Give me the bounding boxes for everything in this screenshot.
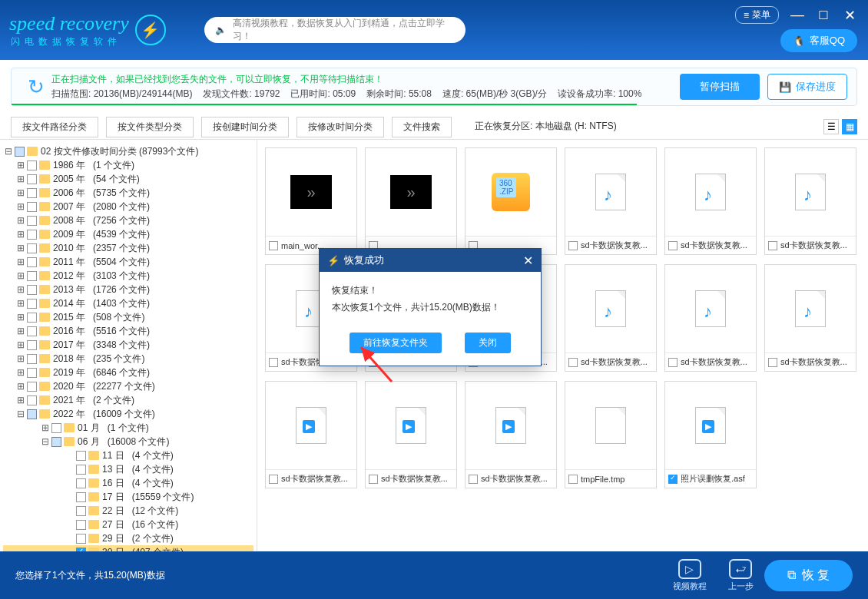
file-thumbnail[interactable]: sd卡数据恢复教... [365,381,457,488]
tree-day[interactable]: 13 日 (4 个文件) [3,462,253,476]
view-list-button[interactable]: ☰ [823,119,839,134]
tree-day[interactable]: 27 日 (16 个文件) [3,518,253,531]
tree-year[interactable]: ⊞2005 年 (54 个文件) [3,172,253,186]
goto-folder-button[interactable]: 前往恢复文件夹 [350,333,442,353]
tree-year[interactable]: ⊟2022 年 (16009 个文件) [3,407,253,421]
tab-by-modified[interactable]: 按修改时间分类 [297,117,384,137]
logo: speed recovery 闪电数据恢复软件 ⚡ [9,12,166,48]
lightning-icon: ⚡ [135,15,166,45]
title-bar: speed recovery 闪电数据恢复软件 ⚡ 🔈 高清视频教程，数据恢复从… [0,0,868,60]
file-thumbnail[interactable]: 照片误删恢复.asf [664,381,757,488]
tree-month[interactable]: ⊟06 月 (16008 个文件) [3,435,253,448]
file-thumbnail[interactable]: sd卡数据恢复教... [465,381,557,488]
maximize-button[interactable]: □ [816,7,831,23]
file-thumbnail[interactable] [465,147,557,255]
tree-year[interactable]: ⊞2019 年 (6846 个文件) [3,366,253,379]
logo-subtitle: 闪电数据恢复软件 [11,35,129,48]
recover-button[interactable]: ⧉恢 复 [764,560,853,591]
tree-year[interactable]: ⊞2016 年 (5516 个文件) [3,324,253,338]
file-thumbnail[interactable]: sd卡数据恢复教... [664,264,757,372]
tree-year[interactable]: ⊞2013 年 (1726 个文件) [3,283,253,296]
tutorial-banner[interactable]: 🔈 高清视频教程，数据恢复从入门到精通，点击立即学习！ [204,17,465,43]
bolt-icon: ⚡ [327,255,340,266]
tree-month[interactable]: ⊞01 月 (1 个文件) [3,421,253,435]
tree-year[interactable]: ⊞2007 年 (2080 个文件) [3,200,253,213]
back-button[interactable]: ⮐上一步 [728,559,754,592]
tab-by-type[interactable]: 按文件类型分类 [106,117,194,137]
file-thumbnail[interactable]: tmpFile.tmp [565,381,657,488]
tree-year[interactable]: ⊞2020 年 (22277 个文件) [3,379,253,393]
pause-scan-button[interactable]: 暂停扫描 [680,74,760,100]
scanning-icon: ↻ [21,71,51,102]
menu-button[interactable]: ≡菜单 [735,6,779,24]
tree-year[interactable]: ⊞2017 年 (3348 个文件) [3,338,253,352]
tree-year[interactable]: ⊞2015 年 (508 个文件) [3,310,253,324]
save-progress-button[interactable]: 💾保存进度 [767,74,847,100]
recover-icon: ⧉ [787,568,796,582]
tree-day[interactable]: 29 日 (2 个文件) [3,531,253,545]
file-thumbnail[interactable]: sd卡数据恢复教... [565,264,657,372]
tree-year[interactable]: ⊞2011 年 (5504 个文件) [3,255,253,269]
dialog-close-button[interactable]: 关闭 [465,333,511,353]
dialog-title: 恢复成功 [344,253,384,267]
tree-year[interactable]: ⊞2018 年 (235 个文件) [3,352,253,366]
file-thumbnail[interactable]: »main_wor... [265,147,357,255]
dialog-header: ⚡ 恢复成功 ✕ [320,249,541,272]
file-thumbnail[interactable]: sd卡数据恢复教... [565,147,657,255]
scan-status-bar: ↻ 正在扫描文件，如果已经找到您丢失的文件，可以立即恢复，不用等待扫描结束！ 扫… [11,68,857,106]
logo-text: speed recovery [9,12,129,35]
tree-day[interactable]: 16 日 (4 个文件) [3,476,253,490]
file-thumbnail[interactable]: sd卡数据恢复教... [764,147,856,255]
tab-search[interactable]: 文件搜索 [392,117,452,137]
footer-bar: 您选择了1个文件，共15.20(MB)数据 ▷视频教程 ⮐上一步 ⧉恢 复 [0,551,868,599]
save-icon: 💾 [779,81,791,93]
tutorial-text: 高清视频教程，数据恢复从入门到精通，点击立即学习！ [233,17,455,43]
recovery-success-dialog: ⚡ 恢复成功 ✕ 恢复结束！ 本次恢复1个文件，共计15.20(MB)数据！ 前… [319,248,542,366]
qq-support-button[interactable]: 🐧 客服QQ [780,29,857,52]
file-thumbnail[interactable]: sd卡数据恢复教... [265,381,357,488]
tree-year[interactable]: ⊞2021 年 (2 个文件) [3,393,253,407]
scan-stats: 扫描范围: 20136(MB)/249144(MB) 发现文件数: 19792 … [51,88,672,101]
minimize-button[interactable]: — [790,7,805,23]
tree-year[interactable]: ⊞2009 年 (4539 个文件) [3,227,253,241]
tree-day[interactable]: 17 日 (15559 个文件) [3,490,253,504]
tree-root[interactable]: ⊟02 按文件修改时间分类 (87993个文件) [3,144,253,158]
tree-year[interactable]: ⊞2014 年 (1403 个文件) [3,296,253,310]
tree-year[interactable]: ⊞2010 年 (2357 个文件) [3,241,253,255]
selection-status: 您选择了1个文件，共15.20(MB)数据 [15,569,662,582]
dialog-line2: 本次恢复1个文件，共计15.20(MB)数据！ [332,300,528,316]
file-thumbnail[interactable]: sd卡数据恢复教... [764,264,856,372]
view-grid-button[interactable]: ▦ [842,119,857,134]
tree-year[interactable]: ⊞1986 年 (1 个文件) [3,158,253,172]
file-tree[interactable]: ⊟02 按文件修改时间分类 (87993个文件) ⊞1986 年 (1 个文件)… [0,140,257,554]
dialog-close-icon[interactable]: ✕ [523,253,533,268]
scan-progress [12,104,637,105]
close-button[interactable]: ✕ [842,7,857,24]
file-thumbnail[interactable]: sd卡数据恢复教... [664,147,757,255]
partition-label: 正在恢复分区: 本地磁盘 (H: NTFS) [475,120,617,133]
scan-hint: 正在扫描文件，如果已经找到您丢失的文件，可以立即恢复，不用等待扫描结束！ [51,73,672,86]
tab-by-path[interactable]: 按文件路径分类 [11,117,98,137]
file-thumbnail[interactable]: » [365,147,457,255]
category-tabs: 按文件路径分类 按文件类型分类 按创建时间分类 按修改时间分类 文件搜索 正在恢… [0,114,868,140]
qq-icon: 🐧 [793,35,805,47]
video-tutorial-button[interactable]: ▷视频教程 [673,559,707,592]
speaker-icon: 🔈 [215,25,227,35]
tree-day[interactable]: 22 日 (12 个文件) [3,504,253,518]
tree-day[interactable]: 11 日 (4 个文件) [3,448,253,462]
tree-year[interactable]: ⊞2008 年 (7256 个文件) [3,213,253,227]
tab-by-created[interactable]: 按创建时间分类 [201,117,289,137]
tree-year[interactable]: ⊞2012 年 (3103 个文件) [3,269,253,283]
dialog-line1: 恢复结束！ [332,283,528,300]
tree-year[interactable]: ⊞2006 年 (5735 个文件) [3,186,253,200]
